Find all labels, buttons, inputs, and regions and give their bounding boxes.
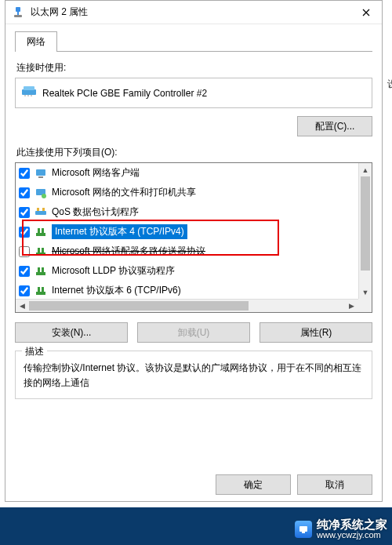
proto-icon [34, 285, 47, 297]
network-adapter-icon [22, 86, 36, 100]
uninstall-button[interactable]: 卸载(U) [137, 322, 250, 343]
watermark-logo-icon [295, 521, 312, 538]
adapter-field: Realtek PCIe GBE Family Controller #2 [15, 78, 372, 108]
components-listbox: Microsoft 网络客户端Microsoft 网络的文件和打印机共享QoS … [15, 162, 372, 313]
component-checkbox[interactable] [19, 285, 30, 296]
ok-button[interactable]: 确定 [216, 474, 291, 495]
svg-rect-6 [27, 95, 29, 96]
svg-rect-13 [37, 208, 39, 211]
svg-rect-26 [42, 287, 44, 292]
svg-rect-30 [299, 526, 307, 532]
component-checkbox[interactable] [19, 227, 30, 238]
svg-rect-2 [14, 15, 22, 17]
svg-rect-20 [42, 248, 44, 253]
component-label: Microsoft 网络客户端 [52, 166, 140, 180]
component-label: Internet 协议版本 4 (TCP/IPv4) [52, 224, 187, 239]
component-label: Microsoft 网络的文件和打印机共享 [52, 186, 196, 199]
svg-rect-18 [36, 253, 45, 256]
ethernet-icon [12, 6, 24, 19]
svg-rect-1 [17, 12, 19, 15]
svg-point-11 [42, 194, 46, 198]
svg-rect-3 [22, 89, 36, 95]
svg-rect-21 [36, 272, 45, 275]
proto-icon [34, 265, 47, 278]
svg-rect-8 [36, 169, 45, 176]
adapter-name: Realtek PCIe GBE Family Controller #2 [42, 88, 207, 99]
svg-rect-14 [42, 208, 45, 211]
qos-icon [34, 206, 47, 219]
svg-rect-9 [38, 176, 43, 178]
scroll-corner [358, 299, 372, 312]
watermark-url: www.ycwzjy.com [317, 530, 387, 540]
svg-rect-23 [42, 267, 44, 272]
titlebar: 以太网 2 属性 [5, 1, 382, 24]
close-button[interactable] [350, 1, 382, 24]
configure-button[interactable]: 配置(C)... [297, 116, 372, 136]
svg-rect-19 [38, 248, 40, 253]
svg-rect-24 [36, 292, 45, 295]
scroll-right-arrow-icon[interactable]: ▶ [345, 300, 358, 312]
horizontal-scrollbar-thumb[interactable] [29, 301, 249, 311]
connect-using-label: 连接时使用: [16, 61, 372, 74]
component-label: QoS 数据包计划程序 [52, 205, 139, 219]
window-title: 以太网 2 属性 [31, 5, 350, 19]
component-checkbox[interactable] [19, 187, 30, 198]
svg-rect-25 [38, 287, 40, 292]
client-icon [34, 167, 47, 180]
list-item[interactable]: Microsoft 网络客户端 [16, 163, 358, 183]
component-label: Microsoft 网络适配器多路传送器协议 [52, 245, 205, 258]
list-item[interactable]: Internet 协议版本 6 (TCP/IPv6) [16, 281, 358, 299]
list-item[interactable]: Internet 协议版本 4 (TCP/IPv4) [16, 222, 358, 242]
svg-rect-31 [302, 532, 305, 533]
svg-rect-15 [36, 233, 45, 236]
svg-rect-17 [42, 228, 44, 233]
tabstrip: 网络 [15, 31, 372, 52]
component-checkbox[interactable] [19, 266, 30, 277]
svg-rect-5 [24, 95, 26, 96]
list-item[interactable]: QoS 数据包计划程序 [16, 202, 358, 222]
watermark-name: 纯净系统之家 [317, 518, 387, 530]
scroll-up-arrow-icon[interactable]: ▲ [359, 163, 372, 176]
svg-rect-16 [38, 228, 40, 233]
svg-rect-7 [31, 95, 32, 96]
svg-rect-12 [35, 211, 46, 215]
svg-rect-22 [38, 267, 40, 272]
svg-rect-0 [16, 7, 20, 12]
component-label: Microsoft LLDP 协议驱动程序 [52, 264, 175, 278]
items-used-label: 此连接使用下列项目(O): [16, 146, 372, 159]
scroll-left-arrow-icon[interactable]: ◀ [16, 300, 29, 312]
vertical-scrollbar-thumb[interactable] [361, 176, 370, 271]
vertical-scrollbar[interactable]: ▲ ▼ [358, 163, 372, 299]
cancel-button[interactable]: 取消 [297, 474, 372, 495]
tab-network[interactable]: 网络 [15, 31, 57, 52]
description-group: 描述 传输控制协议/Internet 协议。该协议是默认的广域网络协议，用于在不… [15, 351, 372, 399]
proto-icon [34, 245, 47, 258]
side-label: 设 [387, 78, 392, 91]
svg-rect-4 [24, 86, 34, 90]
component-checkbox[interactable] [19, 246, 30, 257]
component-checkbox[interactable] [19, 207, 30, 218]
watermark: 纯净系统之家 www.ycwzjy.com [295, 518, 387, 540]
component-label: Internet 协议版本 6 (TCP/IPv6) [52, 284, 181, 297]
install-button[interactable]: 安装(N)... [15, 322, 128, 343]
proto-icon [34, 226, 47, 238]
component-checkbox[interactable] [19, 168, 30, 179]
properties-dialog: 以太网 2 属性 网络 连接时使用: Realtek PCIe GBE Fami… [5, 0, 383, 502]
close-icon [362, 9, 370, 16]
horizontal-scrollbar[interactable]: ◀ ▶ [16, 299, 358, 312]
list-item[interactable]: Microsoft 网络适配器多路传送器协议 [16, 242, 358, 261]
description-text: 传输控制协议/Internet 协议。该协议是默认的广域网络协议，用于在不同的相… [24, 361, 364, 391]
list-item[interactable]: Microsoft LLDP 协议驱动程序 [16, 261, 358, 281]
share-icon [34, 187, 47, 199]
description-legend: 描述 [22, 345, 47, 358]
list-item[interactable]: Microsoft 网络的文件和打印机共享 [16, 183, 358, 202]
properties-button[interactable]: 属性(R) [260, 322, 372, 343]
scroll-down-arrow-icon[interactable]: ▼ [359, 285, 372, 299]
